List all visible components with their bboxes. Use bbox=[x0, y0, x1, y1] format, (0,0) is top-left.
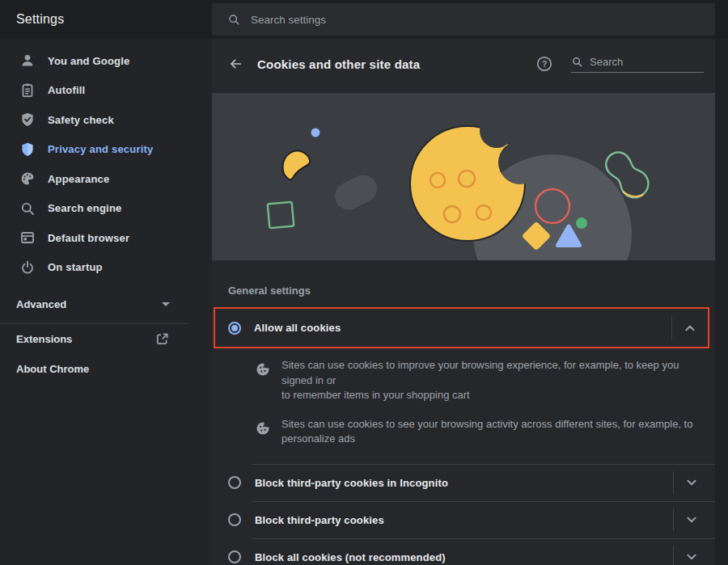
sidebar-item-label: Autofill bbox=[48, 84, 85, 96]
top-toolbar: Settings bbox=[0, 0, 728, 39]
search-icon bbox=[227, 13, 240, 26]
radio-button[interactable] bbox=[228, 513, 241, 526]
shield-check-icon bbox=[19, 112, 36, 128]
sidebar-item-label: Search engine bbox=[48, 202, 121, 214]
page-title: Settings bbox=[16, 0, 64, 39]
option-allow-all-cookies[interactable]: Allow all cookies bbox=[214, 307, 709, 348]
allow-cookies-description-2: Sites can use cookies to see your browsi… bbox=[228, 417, 699, 447]
back-arrow-icon[interactable] bbox=[228, 57, 243, 71]
collapse-button[interactable] bbox=[671, 309, 708, 347]
sidebar-item-label: Default browser bbox=[48, 232, 129, 244]
sidebar-item-label: Appearance bbox=[48, 173, 109, 185]
general-settings-section: General settings Allow all cookies bbox=[212, 285, 715, 565]
external-link-icon bbox=[154, 331, 170, 347]
subpage-search-field[interactable] bbox=[571, 56, 704, 73]
sidebar-advanced-toggle[interactable]: Advanced bbox=[0, 289, 212, 318]
sidebar-item-autofill[interactable]: Autofill bbox=[0, 76, 212, 106]
option-label: Block third-party cookies in Incognito bbox=[255, 477, 448, 489]
sidebar-item-default-browser[interactable]: Default browser bbox=[0, 223, 212, 253]
chevron-down-icon bbox=[684, 549, 700, 565]
cookie-icon bbox=[256, 421, 270, 436]
advanced-label: Advanced bbox=[16, 298, 66, 310]
autofill-icon bbox=[19, 82, 36, 99]
cookie-illustration bbox=[212, 93, 715, 260]
chevron-down-icon bbox=[162, 302, 170, 306]
sidebar-item-label: Safety check bbox=[48, 114, 114, 126]
sidebar-item-privacy-and-security[interactable]: Privacy and security bbox=[0, 135, 212, 165]
expand-button[interactable] bbox=[673, 539, 709, 565]
option-block-all-cookies[interactable]: Block all cookies (not recommended) bbox=[228, 539, 709, 565]
option-label: Allow all cookies bbox=[254, 322, 341, 334]
subpage-title: Cookies and other site data bbox=[257, 57, 420, 71]
sidebar-item-label: On startup bbox=[48, 261, 103, 273]
svg-text:?: ? bbox=[542, 59, 548, 69]
section-label: General settings bbox=[228, 285, 699, 297]
radio-button-selected[interactable] bbox=[228, 322, 241, 335]
chevron-down-icon bbox=[684, 512, 700, 528]
sidebar-item-label: Privacy and security bbox=[48, 143, 153, 155]
expand-button[interactable] bbox=[673, 465, 709, 501]
chrome-settings-window: Settings You and Google bbox=[0, 0, 728, 565]
palette-icon bbox=[19, 171, 36, 187]
subpage-header: Cookies and other site data ? bbox=[212, 39, 715, 89]
option-block-third-party-incognito[interactable]: Block third-party cookies in Incognito bbox=[228, 465, 709, 501]
sidebar-item-on-startup[interactable]: On startup bbox=[0, 253, 212, 283]
sidebar-item-search-engine[interactable]: Search engine bbox=[0, 194, 212, 224]
description-text: Sites can use cookies to see your browsi… bbox=[281, 417, 698, 447]
person-icon bbox=[19, 53, 36, 69]
power-icon bbox=[19, 259, 36, 276]
radio-button[interactable] bbox=[228, 550, 241, 563]
privacy-shield-icon bbox=[19, 141, 36, 158]
sidebar-item-you-and-google[interactable]: You and Google bbox=[0, 46, 212, 76]
expand-button[interactable] bbox=[673, 502, 709, 538]
cookie-icon bbox=[256, 362, 270, 377]
content-area: Cookies and other site data ? bbox=[212, 39, 715, 565]
description-text: Sites can use cookies to improve your br… bbox=[281, 358, 698, 403]
radio-button[interactable] bbox=[228, 476, 241, 489]
settings-search-input[interactable] bbox=[251, 14, 574, 26]
sidebar-item-label: About Chrome bbox=[16, 363, 89, 375]
sidebar-item-appearance[interactable]: Appearance bbox=[0, 164, 212, 194]
cookie-illustration-banner bbox=[212, 93, 715, 260]
settings-search-bar[interactable] bbox=[212, 3, 715, 36]
sidebar-item-label: Extensions bbox=[16, 333, 72, 345]
sidebar-item-label: You and Google bbox=[48, 55, 130, 67]
search-icon bbox=[571, 56, 583, 68]
allow-cookies-description-1: Sites can use cookies to improve your br… bbox=[228, 358, 699, 403]
sidebar-item-about-chrome[interactable]: About Chrome bbox=[0, 354, 212, 384]
subpage-search-input[interactable] bbox=[590, 56, 687, 68]
option-block-third-party[interactable]: Block third-party cookies bbox=[228, 502, 709, 538]
search-icon bbox=[19, 200, 36, 217]
option-label: Block all cookies (not recommended) bbox=[255, 551, 446, 563]
option-label: Block third-party cookies bbox=[255, 514, 384, 526]
sidebar-item-extensions[interactable]: Extensions bbox=[0, 324, 212, 354]
browser-icon bbox=[19, 230, 36, 246]
chevron-up-icon bbox=[682, 320, 698, 336]
chevron-down-icon bbox=[684, 474, 700, 491]
settings-sidebar: You and Google Autofill S bbox=[0, 39, 212, 565]
sidebar-item-safety-check[interactable]: Safety check bbox=[0, 105, 212, 135]
help-icon[interactable]: ? bbox=[535, 55, 553, 73]
